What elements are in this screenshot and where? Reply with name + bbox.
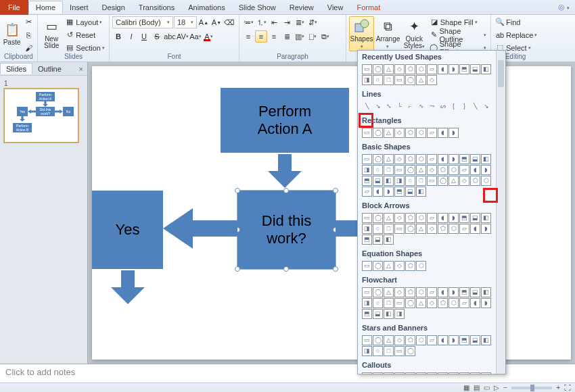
shape-option[interactable]: ⬠	[405, 154, 415, 164]
shape-option[interactable]: □	[384, 165, 394, 175]
shape-option[interactable]: ⬡	[416, 213, 426, 223]
shape-option[interactable]: ▭	[427, 176, 437, 186]
shape-option[interactable]: ◇	[394, 372, 405, 374]
shape-option[interactable]: ◯	[405, 224, 415, 234]
shape-option[interactable]: ▭	[394, 165, 405, 175]
shape-option[interactable]: ◖	[438, 64, 448, 74]
increase-indent-button[interactable]: ⇥	[281, 16, 293, 28]
shape-option[interactable]: ◨	[362, 298, 372, 308]
shapes-button[interactable]: Shapes▾	[349, 16, 374, 51]
shape-option[interactable]: ◯	[373, 64, 383, 74]
change-case-button[interactable]: Aa▾	[189, 30, 202, 43]
shape-option[interactable]: ▭	[362, 128, 372, 138]
shape-option[interactable]: ◧	[416, 187, 426, 197]
tab-slideshow[interactable]: Slide Show	[232, 1, 283, 14]
shape-option[interactable]: ◖	[438, 154, 448, 164]
shape-option[interactable]: ↘	[481, 101, 491, 112]
shape-option[interactable]: △	[448, 176, 459, 186]
shape-option[interactable]: ◨	[362, 75, 372, 85]
italic-button[interactable]: I	[125, 30, 137, 43]
shape-option[interactable]: ⬠	[405, 213, 415, 223]
shape-option[interactable]: ◇	[394, 335, 405, 345]
shape-option[interactable]: ◯	[405, 298, 415, 308]
line-spacing-button[interactable]: ≣▾	[294, 16, 306, 28]
shape-option[interactable]: ◯	[373, 287, 383, 297]
font-size-combo[interactable]: 18▾	[174, 16, 197, 28]
align-right-button[interactable]: ≡	[268, 30, 280, 43]
shape-option[interactable]: ◇	[394, 154, 405, 164]
decrease-indent-button[interactable]: ⇤	[268, 16, 280, 28]
text-direction-button[interactable]: ⇵▾	[306, 16, 319, 28]
shape-option[interactable]: △	[384, 128, 394, 138]
tab-view[interactable]: View	[321, 1, 350, 14]
copy-button[interactable]: ⎘	[22, 29, 34, 41]
zoom-in-button[interactable]: +	[556, 384, 560, 391]
tab-transitions[interactable]: Transitions	[132, 1, 181, 14]
shape-option[interactable]: ◯	[373, 335, 383, 345]
clear-format-button[interactable]: ⌫	[223, 16, 235, 28]
shape-option[interactable]: △	[384, 335, 394, 345]
shape-option[interactable]: ◖	[470, 298, 480, 308]
shape-option[interactable]: □	[384, 298, 394, 308]
shape-option[interactable]: ◯	[373, 261, 383, 271]
shape-option[interactable]: ↘	[373, 101, 383, 112]
layout-button[interactable]: ▦Layout ▾	[64, 16, 106, 28]
shape-option[interactable]: ▭	[394, 298, 405, 308]
shape-option[interactable]: ◗	[481, 224, 491, 234]
shape-option[interactable]: }	[459, 101, 469, 112]
shape-option[interactable]: ◨	[394, 176, 405, 186]
shape-option[interactable]: ◧	[384, 176, 394, 186]
shape-option[interactable]: ◗	[384, 187, 394, 197]
shape-yes[interactable]: Yes	[92, 191, 163, 269]
shape-option[interactable]: ◗	[448, 335, 459, 345]
shape-option[interactable]: ⬒	[459, 64, 469, 74]
shape-option[interactable]: ⬒	[459, 335, 469, 345]
shape-option[interactable]: ▱	[427, 372, 437, 374]
align-text-button[interactable]: ⎕▾	[306, 30, 319, 43]
shape-option[interactable]: ⬡	[448, 298, 459, 308]
outline-panel-tab[interactable]: Outline	[32, 64, 67, 74]
shape-option[interactable]: ◯	[373, 128, 383, 138]
shape-option[interactable]: ▱	[427, 213, 437, 223]
shape-option[interactable]: ⬠	[405, 261, 415, 271]
shape-option[interactable]: ◇	[427, 75, 437, 85]
shape-option[interactable]: ⬡	[448, 224, 459, 234]
shape-option[interactable]: ⬡	[481, 176, 491, 186]
shape-option[interactable]: ◗	[448, 64, 459, 74]
shape-option[interactable]: △	[384, 64, 394, 74]
numbering-button[interactable]: ⒈▾	[255, 16, 267, 28]
shape-option[interactable]: ▭	[362, 213, 372, 223]
view-slideshow-button[interactable]: ▷	[494, 384, 499, 391]
shape-option[interactable]: ◖	[438, 213, 448, 223]
section-button[interactable]: ▤Section ▾	[64, 42, 106, 53]
shape-option[interactable]: ◧	[384, 309, 394, 319]
font-name-combo[interactable]: Calibri (Body)▾	[112, 16, 173, 28]
shape-option[interactable]: ○	[373, 224, 383, 234]
shape-option[interactable]: ○	[373, 346, 383, 356]
shape-option[interactable]: ◧	[481, 287, 491, 297]
bullets-button[interactable]: ≔▾	[242, 16, 254, 28]
shape-option[interactable]: ⬒	[394, 187, 405, 197]
shape-option[interactable]: ◇	[427, 165, 437, 175]
shape-option[interactable]: ⬡	[416, 372, 426, 374]
view-normal-button[interactable]: ▦	[463, 384, 469, 391]
shape-option[interactable]: ⬡	[416, 128, 426, 138]
shape-option[interactable]: ⬡	[416, 287, 426, 297]
shape-option[interactable]: ⬠	[405, 372, 415, 374]
shape-option[interactable]: ▭	[362, 261, 372, 271]
shape-option[interactable]: ⬠	[438, 165, 448, 175]
tab-format[interactable]: Format	[350, 1, 387, 14]
shape-option[interactable]: ◨	[362, 346, 372, 356]
shape-option[interactable]: ◖	[470, 165, 480, 175]
shape-option[interactable]: ◯	[373, 372, 383, 374]
shape-option[interactable]: ◨	[362, 224, 372, 234]
shape-option[interactable]: {	[448, 101, 459, 112]
shape-option[interactable]: ▱	[427, 128, 437, 138]
shape-option[interactable]: ▱	[427, 335, 437, 345]
shape-option[interactable]: △	[384, 154, 394, 164]
shape-option[interactable]: ▭	[394, 224, 405, 234]
shape-option[interactable]: ◇	[427, 224, 437, 234]
shape-option[interactable]: ◗	[448, 372, 459, 374]
tab-review[interactable]: Review	[283, 1, 321, 14]
shape-fill-button[interactable]: ◪Shape Fill ▾	[428, 16, 488, 28]
